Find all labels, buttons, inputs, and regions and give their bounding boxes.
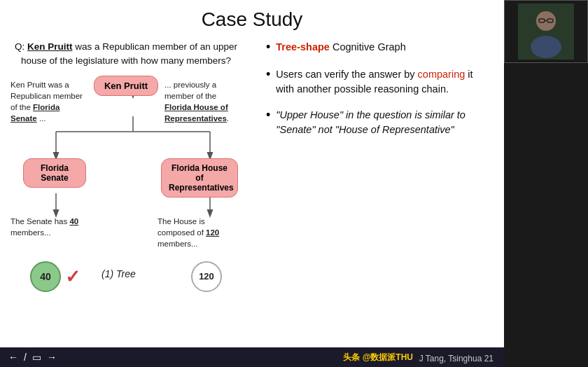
slide: Case Study Q: Ken Pruitt was a Republica… bbox=[0, 0, 504, 367]
right-panel: • Tree-shape Cognitive Graph • Users can… bbox=[252, 36, 504, 365]
bullet-dot-3: • bbox=[266, 106, 270, 124]
bullet-3: • "Upper House" in the question is simil… bbox=[266, 108, 490, 137]
florida-senate-node: FloridaSenate bbox=[23, 158, 86, 188]
bullet-text-3: "Upper House" in the question is similar… bbox=[276, 108, 490, 137]
senate-description: The Senate has 40 members... bbox=[10, 216, 88, 238]
comparing-text: comparing bbox=[418, 69, 465, 80]
question-prefix: Q: bbox=[15, 41, 27, 52]
left-panel: Q: Ken Pruitt was a Republican member of… bbox=[0, 36, 252, 365]
question-text: Q: Ken Pruitt was a Republican member of… bbox=[10, 40, 241, 69]
webcam-person-svg bbox=[518, 4, 574, 60]
attribution-label: J Tang, Tsinghua 21 bbox=[419, 354, 493, 363]
ken-pruitt-name: Ken Pruitt bbox=[27, 41, 73, 52]
left-branch-text: Ken Pruitt was a Republican member of th… bbox=[10, 79, 84, 124]
bullet-text-1: Tree-shape Cognitive Graph bbox=[276, 40, 405, 55]
nav-forward-icon[interactable]: → bbox=[47, 352, 57, 363]
bullet-1: • Tree-shape Cognitive Graph bbox=[266, 40, 490, 56]
tree-diagram: Ken Pruitt Ken Pruitt was a Republican m… bbox=[10, 76, 241, 300]
florida-house-node: Florida House of Representatives bbox=[161, 158, 238, 198]
nav-slide-icon[interactable]: ▭ bbox=[32, 352, 41, 363]
bullet-2: • Users can verify the answer by compari… bbox=[266, 67, 490, 97]
house-description: The House is composed of 120 members... bbox=[158, 216, 241, 249]
bullet-text-2: Users can verify the answer by comparing… bbox=[276, 67, 490, 97]
bottom-bar: ← / ▭ → 头条 @数据派THU J Tang, Tsinghua 21 bbox=[0, 347, 504, 367]
right-branch-text: ... previously a member of the Florida H… bbox=[164, 79, 241, 124]
nav-edit-icon[interactable]: / bbox=[24, 352, 27, 363]
ken-pruitt-node: Ken Pruitt bbox=[94, 76, 158, 96]
bullet-dot-2: • bbox=[266, 66, 270, 83]
slide-title: Case Study bbox=[0, 0, 504, 36]
tree-shape-text: Tree-shape bbox=[276, 41, 330, 53]
bullet-dot-1: • bbox=[266, 39, 270, 56]
nav-controls[interactable]: ← / ▭ → bbox=[8, 352, 57, 363]
webcam-feed bbox=[504, 0, 588, 63]
nav-back-icon[interactable]: ← bbox=[8, 352, 18, 363]
checkmark-icon: ✓ bbox=[65, 266, 80, 288]
tree-type-label: (1) Tree bbox=[102, 268, 136, 279]
answer-circle-40: 40 bbox=[30, 261, 61, 292]
svg-point-10 bbox=[531, 36, 561, 58]
brand-label: 头条 @数据派THU bbox=[343, 352, 413, 363]
answer-circle-120: 120 bbox=[191, 261, 222, 292]
